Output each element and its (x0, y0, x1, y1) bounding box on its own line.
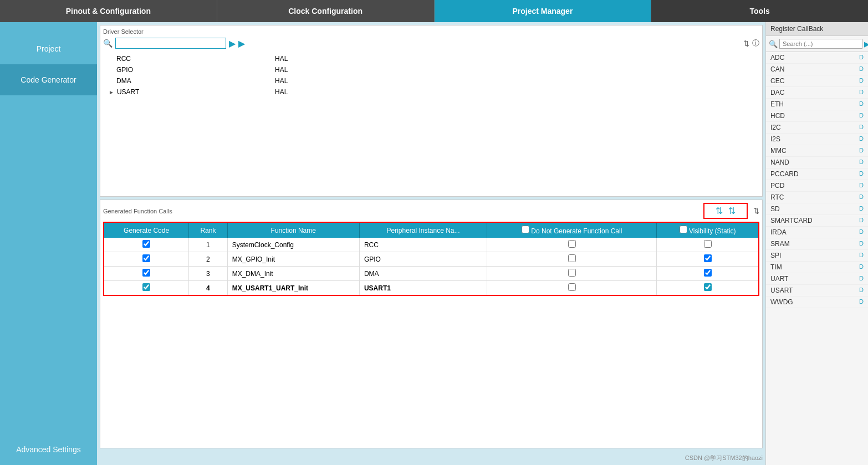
tab-tools[interactable]: Tools (651, 0, 868, 22)
col-generate-code: Generate Code (104, 222, 189, 238)
row2-peripheral: GPIO (359, 252, 487, 267)
list-item[interactable]: PCDD (766, 180, 868, 192)
row1-function-name: SystemClock_Config (227, 238, 359, 252)
row4-generate-checkbox[interactable] (142, 283, 150, 291)
right-search-icon: 🔍 (769, 40, 778, 48)
right-nav-icon[interactable]: ▶ (864, 40, 868, 48)
right-search-row: 🔍 ▶ (766, 36, 868, 52)
row1-peripheral: RCC (359, 238, 487, 252)
list-item[interactable]: USARTD (766, 285, 868, 297)
list-item[interactable]: HCDD (766, 110, 868, 122)
register-callback-list: ADCD CAND CECD DACD ETHD HCDD I2CD I2SD … (766, 52, 868, 465)
driver-row-rcc[interactable]: RCC HAL (103, 53, 759, 64)
list-item[interactable]: ADCD (766, 52, 868, 64)
driver-search-input[interactable] (115, 38, 226, 49)
col-function-name: Function Name (227, 222, 359, 238)
generated-function-calls-section: Generated Function Calls ⇅ ⇅ ⇅ Generate … (100, 200, 763, 448)
driver-type-rcc: HAL (269, 53, 759, 64)
tab-project-manager[interactable]: Project Manager (435, 0, 652, 22)
row3-function-name: MX_DMA_Init (227, 267, 359, 281)
row3-peripheral: DMA (359, 267, 487, 281)
tab-clock[interactable]: Clock Configuration (217, 0, 435, 22)
col-visibility-checkbox[interactable] (680, 226, 687, 233)
driver-table: RCC HAL GPIO HAL DMA HAL ►USART HAL (103, 53, 759, 98)
table-row: 3 MX_DMA_Init DMA (104, 267, 759, 281)
row2-generate-checkbox[interactable] (142, 254, 150, 262)
expand-usart-icon[interactable]: ► (109, 89, 114, 95)
col-do-not-generate-checkbox[interactable] (522, 226, 529, 233)
list-item[interactable]: NANDD (766, 157, 868, 168)
driver-row-usart[interactable]: ►USART HAL (103, 86, 759, 98)
list-item[interactable]: WWDGD (766, 297, 868, 308)
driver-selector-title: Driver Selector (103, 28, 759, 35)
driver-search-icon: 🔍 (103, 39, 113, 48)
list-item[interactable]: RTCD (766, 192, 868, 203)
row2-visibility[interactable] (704, 254, 712, 262)
list-item[interactable]: DACD (766, 87, 868, 99)
sidebar-item-project[interactable]: Project (0, 33, 97, 64)
gfc-toolbar: ⇅ ⇅ ⇅ (703, 203, 759, 219)
top-nav: Pinout & Configuration Clock Configurati… (0, 0, 868, 22)
row3-rank: 3 (189, 267, 227, 281)
driver-name-dma: DMA (116, 77, 131, 85)
row4-do-not-generate[interactable] (568, 283, 576, 291)
driver-prev-btn[interactable]: ▶ (229, 38, 236, 49)
row4-function-name: MX_USART1_UART_Init (227, 281, 359, 296)
right-sidebar: Register CallBack 🔍 ▶ ADCD CAND CECD DAC… (765, 22, 868, 465)
gfc-sort-box: ⇅ ⇅ (703, 203, 748, 219)
left-sidebar: Project Code Generator Advanced Settings (0, 22, 97, 465)
list-item[interactable]: I2SD (766, 134, 868, 145)
row3-generate-checkbox[interactable] (142, 269, 150, 277)
driver-name-gpio: GPIO (116, 66, 133, 74)
row2-function-name: MX_GPIO_Init (227, 252, 359, 267)
table-row: 4 MX_USART1_UART_Init USART1 (104, 281, 759, 296)
list-item[interactable]: I2CD (766, 122, 868, 134)
list-item[interactable]: CECD (766, 75, 868, 87)
list-item[interactable]: CAND (766, 64, 868, 75)
sidebar-item-advanced-settings[interactable]: Advanced Settings (0, 434, 97, 465)
driver-name-rcc: RCC (116, 55, 131, 63)
list-item[interactable]: PCCARDD (766, 168, 868, 180)
driver-type-gpio: HAL (269, 64, 759, 75)
list-item[interactable]: SMARTCARDD (766, 215, 868, 227)
driver-row-gpio[interactable]: GPIO HAL (103, 64, 759, 75)
row1-do-not-generate[interactable] (568, 240, 576, 248)
row2-do-not-generate[interactable] (568, 254, 576, 262)
sidebar-item-code-generator[interactable]: Code Generator (0, 64, 97, 95)
sort-za-btn[interactable]: ⇅ (728, 206, 736, 216)
list-item[interactable]: TIMD (766, 262, 868, 273)
row3-visibility[interactable] (704, 269, 712, 277)
driver-type-usart: HAL (269, 86, 759, 98)
list-item[interactable]: ETHD (766, 99, 868, 110)
row3-do-not-generate[interactable] (568, 269, 576, 277)
row1-generate-checkbox[interactable] (142, 240, 150, 248)
function-calls-table: Generate Code Rank Function Name Periphe… (103, 222, 759, 296)
sort-asc-icon[interactable]: ⇅ (743, 39, 749, 48)
driver-next-btn[interactable]: ▶ (238, 38, 245, 49)
driver-name-usart: USART (117, 88, 139, 96)
table-row: 2 MX_GPIO_Init GPIO (104, 252, 759, 267)
row4-visibility[interactable] (704, 283, 712, 291)
col-peripheral-instance: Peripheral Instance Na... (359, 222, 487, 238)
tab-pinout[interactable]: Pinout & Configuration (0, 0, 217, 22)
gfc-header: Generated Function Calls ⇅ ⇅ ⇅ (103, 203, 759, 219)
list-item[interactable]: UARTD (766, 273, 868, 285)
list-item[interactable]: SPID (766, 250, 868, 262)
driver-row-dma[interactable]: DMA HAL (103, 75, 759, 86)
main-layout: Project Code Generator Advanced Settings… (0, 22, 868, 465)
driver-search-row: 🔍 ▶ ▶ ⇅ ⓘ (103, 38, 759, 49)
row1-visibility[interactable] (704, 240, 712, 248)
sort-az-btn[interactable]: ⇅ (716, 206, 723, 216)
right-search-input[interactable] (779, 39, 862, 49)
list-item[interactable]: MMCD (766, 145, 868, 157)
list-item[interactable]: IRDAD (766, 227, 868, 238)
watermark: CSDN @学习STM32的haozi (97, 451, 765, 465)
list-item[interactable]: SDD (766, 203, 868, 215)
info-icon[interactable]: ⓘ (752, 38, 759, 48)
gfc-sort-icon[interactable]: ⇅ (753, 207, 759, 215)
row2-rank: 2 (189, 252, 227, 267)
col-visibility: Visibility (Static) (657, 222, 759, 238)
row4-peripheral: USART1 (359, 281, 487, 296)
list-item[interactable]: SRAMD (766, 238, 868, 250)
center-content: Driver Selector 🔍 ▶ ▶ ⇅ ⓘ RCC HAL GPIO (97, 22, 765, 465)
